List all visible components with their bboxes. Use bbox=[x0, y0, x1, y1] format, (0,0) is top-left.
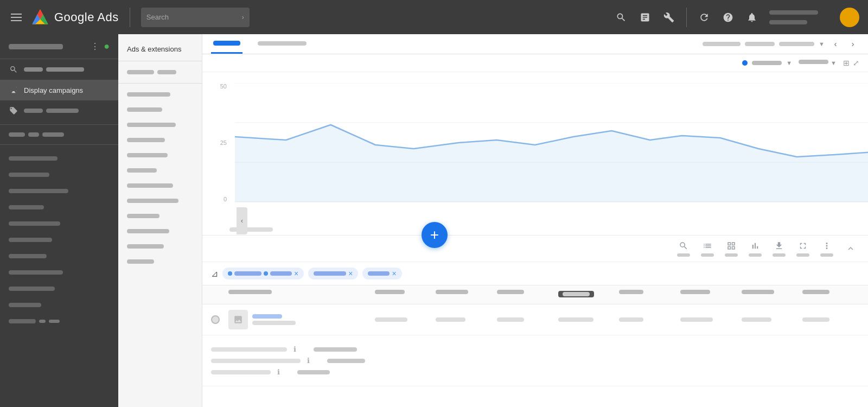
nav-divider bbox=[130, 8, 130, 27]
th-col1[interactable] bbox=[375, 290, 432, 300]
sec-item[interactable] bbox=[118, 193, 202, 208]
th-bar-dark bbox=[563, 292, 590, 296]
collapse-table-btn[interactable] bbox=[842, 240, 859, 257]
more-options-btn[interactable] bbox=[818, 240, 835, 257]
notifications-icon-btn[interactable] bbox=[741, 7, 763, 28]
hamburger-icon[interactable] bbox=[9, 11, 24, 23]
td-bar bbox=[558, 317, 593, 322]
detail-row-1: ℹ bbox=[211, 345, 859, 353]
th-bar bbox=[228, 290, 272, 294]
refresh-icon-btn[interactable] bbox=[693, 7, 715, 28]
sidebar-item[interactable] bbox=[0, 183, 118, 199]
filter-chip-1[interactable]: × bbox=[222, 268, 304, 279]
table-icon[interactable]: ⊞ bbox=[843, 59, 850, 67]
sec-bar bbox=[127, 107, 162, 112]
sec-item[interactable] bbox=[118, 65, 202, 80]
expand-btn[interactable] bbox=[794, 240, 812, 257]
view-mode-btns: ⊞ ⤢ bbox=[843, 59, 859, 67]
chart-tab-2[interactable] bbox=[256, 35, 309, 54]
sidebar-item[interactable] bbox=[0, 167, 118, 183]
chip-dot-2 bbox=[264, 271, 268, 276]
chip-remove-icon[interactable]: × bbox=[348, 269, 353, 278]
th-col4[interactable] bbox=[558, 290, 615, 300]
sec-item[interactable] bbox=[118, 132, 202, 148]
sidebar-item-tag[interactable] bbox=[0, 100, 118, 121]
sec-bar bbox=[127, 70, 154, 74]
sidebar-check-icon[interactable]: ● bbox=[104, 41, 110, 52]
sidebar-item-search[interactable] bbox=[0, 59, 118, 80]
sec-item[interactable] bbox=[118, 163, 202, 178]
chart-tab-1[interactable] bbox=[211, 34, 242, 54]
td-bar bbox=[619, 317, 643, 322]
sec-item[interactable] bbox=[118, 117, 202, 132]
sidebar-item[interactable] bbox=[0, 150, 118, 167]
metric-dropdown[interactable]: ▼ bbox=[786, 60, 792, 66]
checkbox[interactable] bbox=[211, 315, 220, 324]
detail-section: ℹ ℹ ℹ bbox=[202, 335, 868, 386]
sidebar-bar bbox=[9, 173, 49, 177]
search-icon-btn[interactable] bbox=[610, 7, 632, 28]
reports-icon-btn[interactable] bbox=[634, 7, 656, 28]
sidebar-item[interactable] bbox=[0, 199, 118, 215]
th-col6[interactable] bbox=[680, 290, 737, 300]
search-arrow: › bbox=[242, 14, 244, 21]
download-btn[interactable] bbox=[770, 240, 788, 257]
help-icon-btn[interactable] bbox=[717, 7, 739, 28]
sidebar-more-icon[interactable]: ⋮ bbox=[91, 41, 99, 52]
ctrl-label bbox=[752, 61, 782, 65]
chart-view-btn[interactable] bbox=[746, 240, 764, 257]
sidebar-item[interactable] bbox=[0, 264, 118, 281]
sec-item[interactable] bbox=[118, 224, 202, 239]
nav-right bbox=[610, 7, 859, 28]
prev-btn[interactable]: ‹ bbox=[829, 37, 842, 50]
filter-icon[interactable]: ⊿ bbox=[211, 269, 218, 279]
th-col8[interactable] bbox=[802, 290, 859, 300]
tools-icon-btn[interactable] bbox=[658, 7, 680, 28]
user-avatar[interactable] bbox=[840, 8, 859, 27]
sec-item[interactable] bbox=[118, 178, 202, 193]
detail-value bbox=[327, 359, 365, 363]
sec-item[interactable] bbox=[118, 254, 202, 269]
chip-dot bbox=[228, 271, 232, 276]
filter-chip-3[interactable]: × bbox=[362, 268, 401, 279]
sec-item[interactable] bbox=[118, 102, 202, 117]
th-col5[interactable] bbox=[619, 290, 676, 300]
chip-remove-icon[interactable]: × bbox=[392, 269, 396, 278]
th-col3[interactable] bbox=[497, 290, 554, 300]
filter-chip-2[interactable]: × bbox=[308, 268, 358, 279]
sidebar-item[interactable] bbox=[0, 313, 118, 329]
list-view-btn[interactable] bbox=[699, 240, 716, 257]
grid-view-btn[interactable] bbox=[723, 240, 740, 257]
search-tool-btn[interactable] bbox=[675, 240, 692, 257]
th-name[interactable] bbox=[228, 290, 371, 300]
th-col2[interactable] bbox=[436, 290, 493, 300]
sidebar-item[interactable] bbox=[0, 232, 118, 248]
next-btn[interactable]: › bbox=[846, 37, 859, 50]
th-col7[interactable] bbox=[742, 290, 799, 300]
table-row[interactable] bbox=[202, 304, 868, 335]
collapse-sidebar-btn[interactable]: ‹ bbox=[237, 207, 247, 234]
view-dropdown[interactable]: ▼ bbox=[831, 60, 837, 66]
sidebar-item[interactable] bbox=[0, 281, 118, 297]
blue-dot bbox=[742, 60, 748, 66]
info-icon: ℹ bbox=[293, 345, 296, 353]
sidebar-divider bbox=[0, 124, 118, 125]
chart-tab-controls: ▼ ‹ › bbox=[703, 37, 859, 50]
row-checkbox[interactable] bbox=[211, 315, 224, 324]
add-button[interactable]: + bbox=[422, 222, 448, 248]
sidebar-item[interactable] bbox=[0, 215, 118, 232]
sec-item[interactable] bbox=[118, 239, 202, 254]
tool-label bbox=[725, 253, 738, 257]
chip-remove-icon[interactable]: × bbox=[294, 269, 298, 278]
expand-icon[interactable]: ⤢ bbox=[853, 59, 859, 67]
search-bar[interactable]: Search › bbox=[141, 8, 250, 27]
sec-item[interactable] bbox=[118, 148, 202, 163]
dropdown-arrow-icon: ▼ bbox=[786, 60, 792, 66]
sidebar-item[interactable] bbox=[0, 297, 118, 313]
sec-item[interactable] bbox=[118, 87, 202, 102]
sidebar-multi-item[interactable] bbox=[0, 128, 118, 141]
sidebar-item-display[interactable]: Display campaigns bbox=[0, 80, 118, 100]
sec-item[interactable] bbox=[118, 208, 202, 224]
sidebar-item[interactable] bbox=[0, 248, 118, 264]
ctrl-dropdown[interactable]: ▼ bbox=[819, 41, 825, 47]
